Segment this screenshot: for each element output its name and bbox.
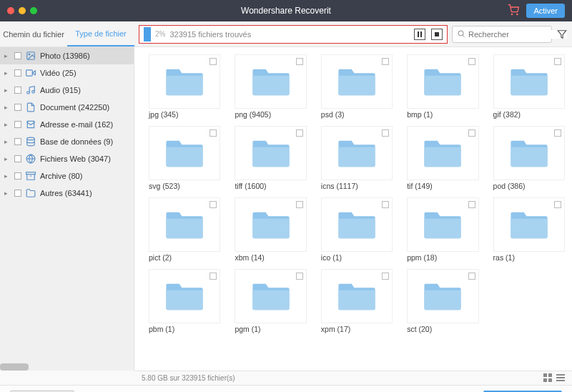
folder-item[interactable]: sct (20) (407, 269, 478, 333)
checkbox[interactable] (14, 104, 21, 111)
folder-item[interactable]: tif (149) (407, 126, 478, 190)
folder-item[interactable]: png (9405) (235, 54, 306, 119)
search-input[interactable] (468, 30, 567, 39)
stop-button[interactable] (431, 29, 443, 40)
folder-thumbnail[interactable] (407, 197, 478, 252)
checkbox[interactable] (468, 129, 475, 137)
folder-item[interactable]: pict (2) (149, 197, 220, 262)
checkbox[interactable] (468, 58, 475, 65)
checkbox[interactable] (209, 129, 217, 137)
checkbox[interactable] (296, 273, 303, 280)
folder-item[interactable]: ras (1) (493, 197, 565, 262)
checkbox[interactable] (14, 87, 21, 94)
sidebar-item-6[interactable]: ▸Fichiers Web (3047) (0, 150, 134, 167)
sidebar-item-7[interactable]: ▸Archive (80) (0, 167, 134, 185)
folder-item[interactable]: tiff (1600) (235, 126, 306, 190)
filetype-icon (26, 102, 36, 112)
folder-item[interactable]: gif (382) (493, 54, 565, 119)
pause-button[interactable] (414, 29, 425, 40)
checkbox[interactable] (209, 201, 217, 208)
checkbox[interactable] (14, 155, 21, 162)
sidebar-item-0[interactable]: ▸Photo (13986) (0, 47, 134, 64)
checkbox[interactable] (296, 58, 303, 65)
tab-type[interactable]: Type de fichier (67, 21, 134, 46)
checkbox[interactable] (209, 58, 217, 65)
checkbox[interactable] (554, 58, 561, 65)
folder-thumbnail[interactable] (149, 269, 220, 323)
folder-thumbnail[interactable] (407, 54, 478, 109)
tab-path[interactable]: Chemin du fichier (0, 21, 67, 46)
folder-thumbnail[interactable] (493, 54, 565, 109)
checkbox[interactable] (382, 273, 389, 280)
folder-item[interactable]: pbm (1) (149, 269, 220, 333)
folder-label: psd (3) (321, 110, 393, 119)
checkbox[interactable] (468, 201, 475, 208)
chevron-right-icon: ▸ (4, 87, 10, 94)
checkbox[interactable] (14, 69, 21, 77)
folder-item[interactable]: pod (386) (493, 126, 565, 190)
checkbox[interactable] (14, 121, 21, 128)
folder-item[interactable]: psd (3) (321, 54, 393, 119)
sidebar-item-3[interactable]: ▸Document (242250) (0, 99, 134, 116)
folder-thumbnail[interactable] (235, 54, 306, 109)
checkbox[interactable] (14, 138, 21, 145)
activate-button[interactable]: Activer (526, 4, 565, 18)
folder-thumbnail[interactable] (493, 197, 565, 252)
sidebar-item-label: Photo (13986) (40, 52, 90, 60)
chevron-right-icon: ▸ (4, 104, 10, 111)
close-icon[interactable] (7, 7, 14, 14)
folder-item[interactable]: icns (1117) (321, 126, 393, 190)
folder-thumbnail[interactable] (321, 54, 393, 109)
sidebar-item-4[interactable]: ▸Adresse e-mail (162) (0, 116, 134, 133)
filter-icon[interactable] (555, 29, 569, 39)
folder-label: jpg (345) (149, 110, 220, 119)
scan-progress: 2% 323915 fichiers trouvés (139, 25, 448, 44)
folder-item[interactable]: ppm (18) (407, 197, 478, 262)
search-box[interactable] (452, 26, 552, 43)
sidebar-item-label: Adresse e-mail (162) (40, 120, 113, 129)
sidebar-item-2[interactable]: ▸Audio (915) (0, 82, 134, 99)
folder-thumbnail[interactable] (407, 126, 478, 180)
sidebar-item-1[interactable]: ▸Vidéo (25) (0, 64, 134, 82)
folder-item[interactable]: pgm (1) (235, 269, 306, 333)
checkbox[interactable] (468, 273, 475, 280)
checkbox[interactable] (14, 172, 21, 180)
folder-thumbnail[interactable] (407, 269, 478, 323)
sidebar-item-8[interactable]: ▸Autres (63441) (0, 185, 134, 202)
folder-thumbnail[interactable] (235, 126, 306, 180)
folder-label: ras (1) (493, 253, 565, 262)
folder-item[interactable]: svg (523) (149, 126, 220, 190)
folder-thumbnail[interactable] (149, 197, 220, 252)
folder-item[interactable]: xbm (14) (235, 197, 306, 262)
folder-item[interactable]: xpm (17) (321, 269, 393, 333)
cart-icon[interactable] (508, 4, 519, 17)
checkbox[interactable] (554, 129, 561, 137)
checkbox[interactable] (14, 190, 21, 197)
folder-item[interactable]: jpg (345) (149, 54, 220, 119)
maximize-icon[interactable] (30, 7, 37, 14)
folder-thumbnail[interactable] (235, 197, 306, 252)
folder-thumbnail[interactable] (235, 269, 306, 323)
sidebar: ▸Photo (13986)▸Vidéo (25)▸Audio (915)▸Do… (0, 47, 134, 371)
folder-thumbnail[interactable] (321, 269, 393, 323)
checkbox[interactable] (382, 58, 389, 65)
scrollbar-horizontal[interactable] (0, 363, 29, 371)
folder-thumbnail[interactable] (493, 126, 565, 180)
minimize-icon[interactable] (19, 7, 26, 14)
checkbox[interactable] (382, 201, 389, 208)
sidebar-item-5[interactable]: ▸Base de données (9) (0, 133, 134, 150)
checkbox[interactable] (209, 273, 217, 280)
folder-item[interactable]: bmp (1) (407, 54, 478, 119)
folder-item[interactable]: ico (1) (321, 197, 393, 262)
folder-thumbnail[interactable] (321, 126, 393, 180)
folder-thumbnail[interactable] (149, 54, 220, 109)
list-view-icon[interactable] (556, 373, 565, 383)
checkbox[interactable] (296, 201, 303, 208)
checkbox[interactable] (296, 129, 303, 137)
folder-thumbnail[interactable] (149, 126, 220, 180)
checkbox[interactable] (382, 129, 389, 137)
folder-thumbnail[interactable] (321, 197, 393, 252)
checkbox[interactable] (554, 201, 561, 208)
checkbox[interactable] (14, 52, 21, 59)
grid-view-icon[interactable] (543, 373, 552, 383)
